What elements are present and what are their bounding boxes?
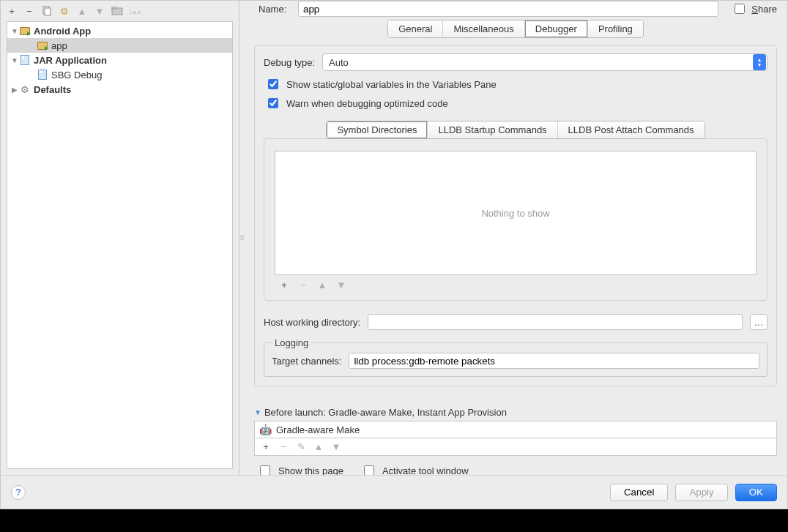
sort-icon: ↓a z <box>129 7 141 15</box>
tab-profiling[interactable]: Profiling <box>588 20 643 37</box>
android-folder-icon <box>19 25 31 37</box>
tree-node-sbg-debug[interactable]: SBG Debug <box>7 67 232 82</box>
logging-fieldset: Logging Target channels: <box>264 337 767 377</box>
tree-label: Defaults <box>34 84 71 95</box>
debugger-panel: Debug type: Auto ▲▼ Show static/global v… <box>254 45 777 386</box>
chevron-up-icon: ▲ <box>318 280 327 291</box>
before-up-button[interactable]: ▲ <box>311 439 327 455</box>
copy-config-button[interactable] <box>39 3 55 19</box>
list-down-button[interactable]: ▼ <box>333 277 349 293</box>
disclosure-triangle-icon: ▼ <box>254 408 261 416</box>
tree-node-app[interactable]: app <box>7 38 232 53</box>
show-static-label: Show static/global variables in the Vari… <box>286 79 497 90</box>
before-remove-button[interactable]: − <box>275 439 291 455</box>
tree-node-android-app[interactable]: ▼ Android App <box>7 23 232 38</box>
tree-node-jar-application[interactable]: ▼ JAR Application <box>7 53 232 67</box>
tree-node-defaults[interactable]: ▶ ⚙ Defaults <box>7 82 232 97</box>
dialog-footer: ? Cancel Apply OK <box>1 475 787 509</box>
gear-icon: ⚙ <box>60 6 69 17</box>
subtab-lldb-postattach[interactable]: LLDB Post Attach Commands <box>558 121 705 138</box>
minus-icon: − <box>300 280 306 291</box>
host-working-dir-input[interactable] <box>368 314 743 330</box>
before-launch-item-label: Gradle-aware Make <box>276 424 360 435</box>
android-folder-icon <box>37 40 48 51</box>
disclosure-triangle-icon[interactable]: ▶ <box>10 86 19 94</box>
debug-type-value: Auto <box>323 57 753 68</box>
list-up-button[interactable]: ▲ <box>314 277 330 293</box>
tab-debugger[interactable]: Debugger <box>525 20 588 37</box>
symbol-directory-list[interactable]: Nothing to show <box>275 151 757 275</box>
show-static-checkbox[interactable] <box>268 79 278 89</box>
settings-config-button[interactable]: ⚙ <box>56 3 73 19</box>
subtab-symbol-directories[interactable]: Symbol Directories <box>327 121 428 138</box>
folder-icon <box>111 7 123 15</box>
debugger-subtabs: Symbol Directories LLDB Startup Commands… <box>326 121 705 139</box>
tree-label: JAR Application <box>34 55 107 66</box>
list-remove-button[interactable]: − <box>295 277 311 293</box>
list-add-button[interactable]: + <box>276 277 292 293</box>
pencil-icon: ✎ <box>297 441 305 452</box>
subtab-lldb-startup[interactable]: LLDB Startup Commands <box>428 121 557 138</box>
svg-rect-3 <box>112 7 116 9</box>
chevron-down-icon: ▼ <box>337 280 346 291</box>
warn-optimized-checkbox[interactable] <box>268 98 278 108</box>
debug-type-label: Debug type: <box>264 57 315 68</box>
name-label: Name: <box>254 4 291 15</box>
tree-label: SBG Debug <box>51 70 102 80</box>
ellipsis-icon: … <box>754 317 764 328</box>
tree-label: Android App <box>34 26 91 37</box>
remove-config-button[interactable]: − <box>21 3 37 19</box>
show-this-page-checkbox[interactable] <box>260 465 270 476</box>
chevron-up-icon: ▲ <box>78 6 87 17</box>
tab-miscellaneous[interactable]: Miscellaneous <box>443 20 524 37</box>
apply-button[interactable]: Apply <box>675 484 727 501</box>
copy-icon <box>42 6 52 16</box>
sidebar: + − ⚙ ▲ ▼ ↓a z ▼ Android App <box>1 1 239 475</box>
activate-tool-window-checkbox[interactable] <box>364 465 374 476</box>
jar-icon <box>19 54 31 66</box>
before-down-button[interactable]: ▼ <box>328 439 344 455</box>
move-up-button[interactable]: ▲ <box>74 3 90 19</box>
share-checkbox[interactable] <box>735 4 745 14</box>
tab-general[interactable]: General <box>388 20 443 37</box>
empty-placeholder: Nothing to show <box>481 208 549 219</box>
before-add-button[interactable]: + <box>258 439 274 455</box>
help-button[interactable]: ? <box>11 485 26 500</box>
before-launch-toolbar: + − ✎ ▲ ▼ <box>254 438 777 456</box>
cancel-button[interactable]: Cancel <box>610 484 669 501</box>
config-editor: Name: Share General Miscellaneous Debugg… <box>244 1 787 475</box>
host-working-dir-label: Host working directory: <box>264 317 360 328</box>
chevron-down-icon: ▼ <box>332 441 341 452</box>
config-tree[interactable]: ▼ Android App app ▼ JAR Application SBG … <box>7 21 233 469</box>
logging-legend: Logging <box>272 337 311 348</box>
main-tabs: General Miscellaneous Debugger Profiling <box>387 20 644 38</box>
target-channels-input[interactable] <box>349 353 759 369</box>
move-down-button[interactable]: ▼ <box>92 3 108 19</box>
svg-rect-1 <box>45 8 51 15</box>
select-arrows-icon: ▲▼ <box>753 54 766 70</box>
before-edit-button[interactable]: ✎ <box>293 439 309 455</box>
before-launch-section: ▼ Before launch: Gradle-aware Make, Inst… <box>254 407 777 478</box>
before-launch-header[interactable]: ▼ Before launch: Gradle-aware Make, Inst… <box>254 407 777 418</box>
debug-type-select[interactable]: Auto ▲▼ <box>322 53 767 71</box>
dialog-window: + − ⚙ ▲ ▼ ↓a z ▼ Android App <box>0 0 788 509</box>
disclosure-triangle-icon[interactable]: ▼ <box>10 27 19 35</box>
add-config-button[interactable]: + <box>4 3 20 19</box>
chevron-up-icon: ▲ <box>314 441 324 452</box>
android-icon: 🤖 <box>259 424 272 435</box>
target-channels-label: Target channels: <box>272 356 341 367</box>
list-toolbar: + − ▲ ▼ <box>275 275 757 294</box>
warn-optimized-label: Warn when debugging optimized code <box>286 98 448 109</box>
browse-button[interactable]: … <box>750 314 767 330</box>
sort-button[interactable]: ↓a z <box>127 3 143 19</box>
before-launch-title: Before launch: Gradle-aware Make, Instan… <box>264 407 507 418</box>
plus-icon: + <box>281 280 287 291</box>
folder-button[interactable] <box>109 3 125 19</box>
disclosure-triangle-icon[interactable]: ▼ <box>10 56 19 64</box>
name-input[interactable] <box>298 1 718 17</box>
ok-button[interactable]: OK <box>735 484 777 501</box>
help-icon: ? <box>15 487 21 498</box>
share-label: Share <box>751 4 777 15</box>
minus-icon: − <box>280 441 286 452</box>
before-launch-list[interactable]: 🤖 Gradle-aware Make <box>254 421 777 438</box>
